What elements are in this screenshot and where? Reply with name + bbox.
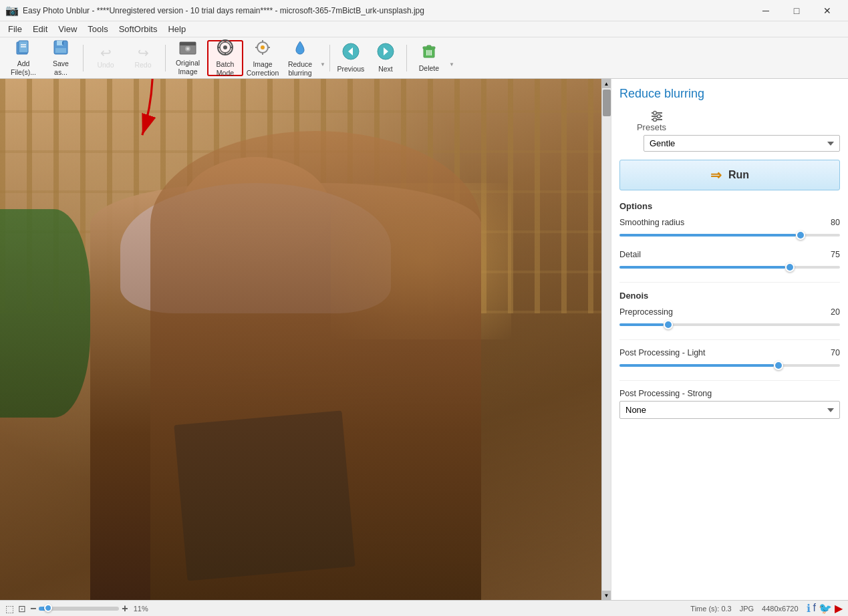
preprocessing-value: 20 — [831, 307, 840, 317]
zoom-slider-wrapper[interactable] — [39, 607, 119, 611]
save-as-button[interactable]: Saveas... — [43, 40, 79, 76]
reduce-blurring-button[interactable]: Reduceblurring — [282, 40, 318, 76]
scroll-track — [602, 88, 611, 591]
scroll-up-button[interactable]: ▲ — [602, 79, 611, 88]
preprocessing-label: Preprocessing — [619, 307, 673, 317]
reduce-blurring-label: Reduceblurring — [288, 60, 312, 77]
menu-bar: File Edit View Tools SoftOrbits Help — [0, 21, 848, 37]
main-layout: ▲ ▼ Reduce blurring — [0, 79, 848, 600]
zoom-out-button[interactable]: − — [30, 603, 36, 615]
svg-point-24 — [261, 45, 265, 49]
original-image-label: OriginalImage — [176, 59, 200, 75]
post-processing-strong-row: Post Processing - Strong None Light Mode… — [619, 389, 840, 419]
preprocessing-header: Preprocessing 20 — [619, 307, 840, 317]
detail-row: Detail 75 — [619, 250, 840, 273]
svg-rect-7 — [62, 41, 63, 45]
svg-point-39 — [658, 115, 661, 118]
post-processing-light-value: 70 — [831, 348, 840, 357]
detail-value: 75 — [831, 250, 840, 259]
info-icon[interactable]: ℹ — [807, 602, 811, 615]
menu-edit[interactable]: Edit — [27, 23, 53, 35]
close-button[interactable]: ✕ — [812, 0, 843, 21]
menu-help[interactable]: Help — [162, 23, 191, 35]
nav-dropdown[interactable]: ▼ — [449, 61, 454, 67]
canvas-scroll[interactable] — [0, 79, 601, 600]
delete-button[interactable]: Delete — [411, 40, 447, 76]
post-processing-strong-header: Post Processing - Strong — [619, 389, 840, 398]
status-left: ⬚ ⊡ − + 11% — [5, 603, 685, 615]
menu-softorbits[interactable]: SoftOrbits — [114, 23, 163, 35]
smoothing-radius-thumb[interactable] — [796, 230, 805, 240]
presets-select-row: Gentle Moderate Strong Custom — [619, 135, 840, 152]
post-processing-light-slider[interactable] — [619, 360, 840, 371]
minimize-button[interactable]: ─ — [750, 0, 781, 21]
image-correction-button[interactable]: ImageCorrection — [245, 40, 281, 76]
undo-label: Undo — [97, 61, 114, 69]
image-correction-icon — [254, 39, 271, 59]
svg-point-11 — [186, 47, 189, 50]
run-label: Run — [728, 169, 749, 181]
batch-mode-label: BatchMode — [217, 60, 235, 77]
preprocessing-slider[interactable] — [619, 319, 840, 330]
reduce-blurring-dropdown[interactable]: ▼ — [320, 61, 325, 67]
next-icon — [376, 42, 395, 63]
menu-view[interactable]: View — [53, 23, 82, 35]
presets-section: Presets Gentle Moderate Strong Custom — [619, 110, 840, 152]
detail-track — [619, 266, 840, 269]
original-image-button[interactable]: OriginalImage — [170, 40, 206, 76]
undo-button[interactable]: ↩ Undo — [88, 40, 124, 76]
preprocessing-track — [619, 323, 840, 326]
smoothing-radius-track — [619, 234, 840, 237]
add-file-icon — [15, 39, 31, 58]
smoothing-radius-header: Smoothing radius 80 — [619, 218, 840, 227]
detail-slider[interactable] — [619, 262, 840, 273]
share-facebook-icon[interactable]: f — [813, 602, 816, 615]
run-arrow-icon: ⇒ — [710, 167, 722, 183]
status-icons: ℹ f 🐦 ▶ — [807, 602, 843, 615]
presets-dropdown[interactable]: Gentle Moderate Strong Custom — [644, 135, 840, 152]
zoom-level-text: 11% — [134, 605, 148, 613]
svg-point-41 — [654, 118, 657, 122]
next-button[interactable]: Next — [369, 40, 402, 76]
add-files-button[interactable]: AddFile(s)... — [5, 40, 41, 76]
section-divider-2 — [619, 339, 840, 340]
smoothing-radius-row: Smoothing radius 80 — [619, 218, 840, 241]
zoom-in-button[interactable]: + — [122, 603, 128, 615]
scroll-thumb[interactable] — [603, 90, 611, 116]
scroll-down-button[interactable]: ▼ — [602, 591, 611, 600]
post-processing-light-thumb[interactable] — [774, 361, 783, 370]
fit-page-icon[interactable]: ⬚ — [5, 603, 14, 614]
svg-point-37 — [654, 112, 657, 115]
post-processing-strong-dropdown[interactable]: None Light Moderate Strong — [619, 401, 840, 419]
toolbar: AddFile(s)... Saveas... ↩ Undo ↪ Redo — [0, 37, 848, 79]
svg-rect-6 — [55, 48, 66, 53]
share-twitter-icon[interactable]: 🐦 — [819, 602, 832, 615]
detail-header: Detail 75 — [619, 250, 840, 259]
previous-icon — [341, 42, 360, 63]
smoothing-radius-slider[interactable] — [619, 230, 840, 241]
vertical-scrollbar[interactable]: ▲ ▼ — [601, 79, 611, 600]
share-youtube-icon[interactable]: ▶ — [835, 602, 843, 615]
batch-mode-button[interactable]: BatchMode — [207, 40, 243, 76]
separator-3 — [329, 45, 330, 71]
preprocessing-fill — [619, 323, 664, 326]
run-button[interactable]: ⇒ Run — [619, 160, 840, 190]
maximize-button[interactable]: □ — [781, 0, 812, 21]
separator-4 — [406, 45, 407, 71]
menu-tools[interactable]: Tools — [82, 23, 113, 35]
redo-button[interactable]: ↪ Redo — [125, 40, 161, 76]
smoothing-radius-value: 80 — [831, 218, 840, 227]
undo-icon: ↩ — [100, 46, 112, 59]
previous-button[interactable]: Previous — [334, 40, 368, 76]
detail-thumb[interactable] — [785, 263, 795, 272]
title-bar: 📷 Easy Photo Unblur - ****Unregistered v… — [0, 0, 848, 21]
preprocessing-thumb[interactable] — [664, 320, 673, 329]
save-icon — [53, 39, 69, 58]
menu-file[interactable]: File — [3, 23, 27, 35]
fit-width-icon[interactable]: ⊡ — [18, 603, 26, 614]
svg-rect-31 — [427, 45, 431, 47]
canvas-area: ▲ ▼ — [0, 79, 611, 600]
zoom-thumb[interactable] — [44, 604, 52, 612]
reduce-blurring-icon — [291, 39, 309, 59]
denoise-label: Denois — [619, 291, 840, 301]
